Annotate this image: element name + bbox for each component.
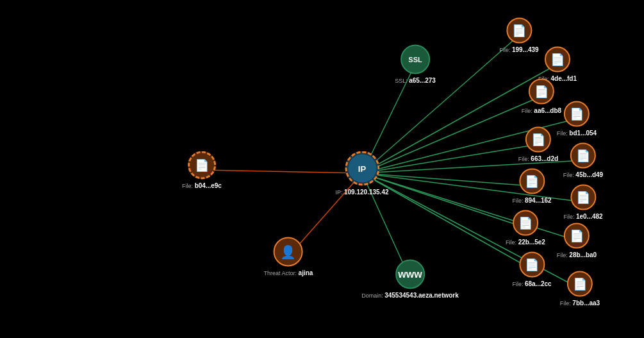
file-circle-2: 📄 [529, 79, 554, 105]
ssl-node-label: SSL: a65...273 [395, 77, 436, 84]
file-left-circle: 📄 [188, 151, 216, 180]
threat-actor-node[interactable]: 👤 Threat Actor: ajina [264, 237, 313, 276]
ip-node[interactable]: IP IP: 109.120.135.42 [335, 151, 388, 196]
file-node-3[interactable]: 📄 File: bd1...054 [557, 101, 597, 137]
file-node-9[interactable]: 📄 File: 28b...ba0 [557, 223, 597, 258]
ip-circle: IP [345, 151, 379, 186]
file-circle-5: 📄 [570, 143, 596, 169]
file-label-10: File: 68a...2cc [512, 280, 551, 287]
file-node-7[interactable]: 📄 File: 1e0...482 [563, 185, 602, 220]
file-label-9: File: 28b...ba0 [557, 251, 597, 258]
file-circle-0: 📄 [506, 18, 532, 44]
file-icon-10: 📄 [525, 258, 539, 272]
threat-actor-label: Threat Actor: ajina [264, 269, 313, 276]
file-circle-11: 📄 [567, 271, 593, 297]
file-node-8[interactable]: 📄 File: 22b...5e2 [506, 210, 545, 246]
file-label-2: File: aa6...db8 [522, 107, 561, 114]
file-circle-8: 📄 [513, 210, 538, 236]
file-label-4: File: 663...d2d [518, 155, 558, 162]
ip-node-label: IP: 109.120.135.42 [335, 189, 388, 196]
file-icon-7: 📄 [576, 190, 590, 205]
file-icon-9: 📄 [570, 229, 584, 243]
file-label-5: File: 45b...d49 [563, 171, 603, 178]
file-icon-11: 📄 [573, 277, 587, 291]
domain-node[interactable]: www Domain: 345534543.aeza.network [361, 260, 459, 299]
file-label-11: File: 7bb...aa3 [560, 300, 600, 307]
ssl-circle: SSL [400, 45, 430, 74]
file-icon-4: 📄 [531, 133, 545, 147]
file-left-icon: 📄 [195, 158, 209, 173]
file-node-10[interactable]: 📄 File: 68a...2cc [512, 252, 551, 287]
file-icon-5: 📄 [576, 149, 590, 163]
file-node-5[interactable]: 📄 File: 45b...d49 [563, 143, 603, 178]
file-icon-6: 📄 [525, 174, 539, 189]
ip-label: IP [348, 155, 376, 183]
domain-node-label: Domain: 345534543.aeza.network [361, 292, 459, 299]
file-label-3: File: bd1...054 [557, 130, 597, 137]
file-label-6: File: 894...162 [512, 197, 551, 204]
file-circle-10: 📄 [519, 252, 545, 278]
file-circle-4: 📄 [525, 127, 551, 153]
file-label-8: File: 22b...5e2 [506, 239, 545, 246]
ssl-node[interactable]: SSL SSL: a65...273 [395, 45, 436, 84]
domain-circle: www [395, 260, 425, 289]
file-icon-2: 📄 [534, 85, 549, 99]
file-node-6[interactable]: 📄 File: 894...162 [512, 169, 551, 204]
file-label-0: File: 199...439 [499, 46, 538, 53]
file-left-label: File: b04...e9c [182, 182, 222, 189]
ssl-label: SSL [408, 56, 422, 63]
file-icon-8: 📄 [518, 216, 533, 230]
file-node-1[interactable]: 📄 File: 4de...fd1 [538, 47, 577, 82]
file-icon-1: 📄 [550, 53, 565, 67]
threat-actor-icon: 👤 [280, 244, 296, 260]
file-node-11[interactable]: 📄 File: 7bb...aa3 [560, 271, 600, 307]
file-icon-3: 📄 [570, 107, 584, 121]
file-circle-3: 📄 [564, 101, 590, 127]
file-icon-0: 📄 [512, 24, 526, 38]
file-label-7: File: 1e0...482 [563, 213, 602, 220]
file-circle-6: 📄 [519, 169, 545, 194]
file-node-4[interactable]: 📄 File: 663...d2d [518, 127, 558, 162]
file-circle-7: 📄 [570, 185, 596, 210]
file-circle-1: 📄 [545, 47, 570, 72]
domain-icon: www [398, 269, 422, 280]
file-node-2[interactable]: 📄 File: aa6...db8 [522, 79, 561, 114]
file-node-0[interactable]: 📄 File: 199...439 [499, 18, 538, 53]
file-circle-9: 📄 [564, 223, 590, 249]
file-left-node[interactable]: 📄 File: b04...e9c [182, 151, 222, 189]
threat-actor-circle: 👤 [274, 237, 303, 267]
